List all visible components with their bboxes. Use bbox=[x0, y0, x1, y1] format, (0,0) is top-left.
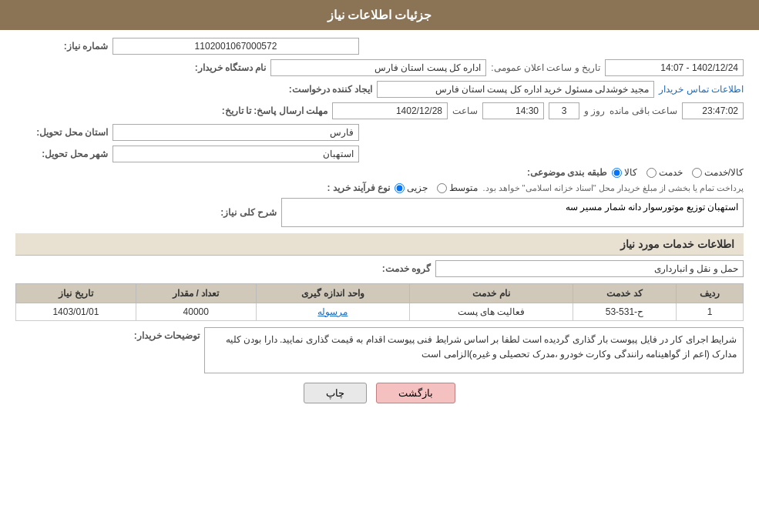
col-kod: کد خدمت bbox=[573, 284, 676, 303]
tabaqe-label: طبقه بندی موضوعی: bbox=[515, 167, 607, 178]
table-row: 1 ح-531-53 فعالیت های پست مرسوله 40000 1… bbox=[16, 303, 744, 321]
services-table-section: ردیف کد خدمت نام خدمت واحد اندازه گیری ت… bbox=[15, 283, 744, 321]
mohlat-rooz-label: روز و bbox=[584, 105, 605, 116]
shomara-row: 1102001067000572 شماره نیاز: bbox=[15, 38, 744, 55]
noe-farayand-label: نوع فرآیند خرید : bbox=[297, 182, 390, 193]
tosihaat-label: توضیحات خریدار: bbox=[107, 330, 200, 341]
group-row: حمل و نقل و انبارداری گروه خدمت: bbox=[15, 260, 744, 277]
tabaqe-radio-group: کالا/خدمت خدمت کالا bbox=[612, 167, 744, 178]
page-wrapper: جزئیات اطلاعات نیاز 1102001067000572 شما… bbox=[0, 0, 759, 532]
print-button[interactable]: چاپ bbox=[304, 383, 367, 403]
cell-tarikh: 1403/01/01 bbox=[16, 303, 136, 321]
col-tarikh: تاریخ نیاز bbox=[16, 284, 136, 303]
sharh-textarea[interactable] bbox=[281, 198, 744, 227]
ostan-value: فارس bbox=[113, 124, 359, 141]
tarikh-dastgah-row: 1402/12/24 - 14:07 تاریخ و ساعت اعلان عم… bbox=[15, 59, 744, 76]
shahr-value: استهبان bbox=[113, 146, 359, 162]
tarikh-label: تاریخ و ساعت اعلان عمومی: bbox=[491, 62, 600, 73]
mohlat-saat-label: ساعت bbox=[452, 105, 478, 116]
mohlat-date: 1402/12/28 bbox=[332, 102, 448, 119]
group-label: گروه خدمت: bbox=[338, 263, 431, 274]
noe-farayand-row: پرداخت تمام یا بخشی از مبلغ خریدار محل "… bbox=[15, 182, 744, 193]
mohlat-label: مهلت ارسال پاسخ: تا تاریخ: bbox=[222, 105, 327, 116]
group-value: حمل و نقل و انبارداری bbox=[435, 260, 744, 277]
ostan-row: فارس استان محل تحویل: bbox=[15, 124, 744, 141]
page-title: جزئیات اطلاعات نیاز bbox=[327, 8, 432, 22]
shahr-row: استهبان شهر محل تحویل: bbox=[15, 146, 744, 162]
noe-farayand-note: پرداخت تمام یا بخشی از مبلغ خریدار محل "… bbox=[482, 183, 744, 193]
nam-dastgah-label: نام دستگاه خریدار: bbox=[173, 62, 266, 73]
nam-dastgah-value: اداره کل پست استان فارس bbox=[270, 59, 486, 76]
mohlat-remaining-label: ساعت باقی مانده bbox=[610, 105, 677, 116]
mohlat-saat-value: 14:30 bbox=[482, 102, 544, 119]
col-radif: ردیف bbox=[677, 284, 744, 303]
tabaqe-kala[interactable]: کالا bbox=[612, 167, 637, 178]
shomara-niaz-label: شماره نیاز: bbox=[15, 41, 108, 52]
col-vahed: واحد اندازه گیری bbox=[256, 284, 410, 303]
ettelaat-link[interactable]: اطلاعات تماس خریدار bbox=[659, 84, 744, 95]
content-area: 1102001067000572 شماره نیاز: 1402/12/24 … bbox=[0, 30, 759, 420]
mohlat-rooz-value: 3 bbox=[549, 102, 579, 119]
ijad-konande-value: مجید خوشدلی مسئول خرید اداره کل پست استا… bbox=[377, 81, 654, 98]
ijad-konande-label: ایجاد کننده درخواست: bbox=[280, 84, 372, 95]
services-table: ردیف کد خدمت نام خدمت واحد اندازه گیری ت… bbox=[15, 283, 744, 321]
cell-tedad: 40000 bbox=[136, 303, 256, 321]
shomara-niaz-value: 1102001067000572 bbox=[113, 38, 359, 55]
back-button[interactable]: بازگشت bbox=[376, 383, 455, 403]
services-section-title: اطلاعات خدمات مورد نیاز bbox=[15, 233, 744, 256]
tabaqe-kala-khidmat[interactable]: کالا/خدمت bbox=[692, 167, 744, 178]
farayand-jozyi[interactable]: جزیی bbox=[395, 182, 428, 193]
mohlat-row: 23:47:02 ساعت باقی مانده روز و 3 14:30 س… bbox=[15, 102, 744, 119]
sharh-row: شرح کلی نیاز: bbox=[15, 198, 744, 227]
mohlat-remaining-value: 23:47:02 bbox=[682, 102, 744, 119]
tabaqe-row: کالا/خدمت خدمت کالا طبقه بندی موضوعی: bbox=[15, 167, 744, 178]
tosihaat-row: شرایط اجرای کار در فایل پیوست بار گذاری … bbox=[15, 327, 744, 373]
noe-farayand-radio-group: متوسط جزیی bbox=[395, 182, 478, 193]
tarikh-value: 1402/12/24 - 14:07 bbox=[605, 59, 744, 76]
ijad-konande-row: اطلاعات تماس خریدار مجید خوشدلی مسئول خر… bbox=[15, 81, 744, 98]
tabaqe-khidmat[interactable]: خدمت bbox=[646, 167, 683, 178]
sharh-label: شرح کلی نیاز: bbox=[184, 207, 277, 218]
cell-radif: 1 bbox=[677, 303, 744, 321]
ostan-label: استان محل تحویل: bbox=[15, 127, 108, 138]
farayand-motavasset[interactable]: متوسط bbox=[437, 182, 478, 193]
tosihaat-value: شرایط اجرای کار در فایل پیوست بار گذاری … bbox=[204, 327, 744, 373]
shahr-label: شهر محل تحویل: bbox=[15, 149, 108, 159]
col-tedad: تعداد / مقدار bbox=[136, 284, 256, 303]
buttons-row: بازگشت چاپ bbox=[15, 383, 744, 403]
page-header: جزئیات اطلاعات نیاز bbox=[0, 0, 759, 30]
cell-kod: ح-531-53 bbox=[573, 303, 676, 321]
cell-naam: فعالیت های پست bbox=[410, 303, 573, 321]
cell-vahed: مرسوله bbox=[256, 303, 410, 321]
col-naam: نام خدمت bbox=[410, 284, 573, 303]
